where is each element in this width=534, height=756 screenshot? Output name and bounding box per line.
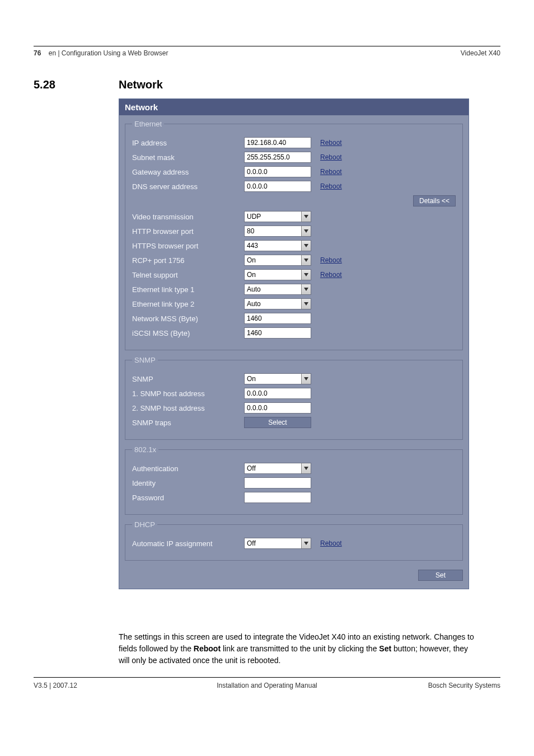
dns-server-input[interactable] <box>244 181 311 192</box>
chevron-down-icon <box>301 270 311 280</box>
authentication-select[interactable]: Off <box>244 463 311 474</box>
footer-right: Bosch Security Systems <box>428 682 500 689</box>
chevron-down-icon <box>301 255 311 265</box>
reboot-link[interactable]: Reboot <box>320 139 342 147</box>
chevron-down-icon <box>301 241 311 251</box>
chevron-down-icon <box>301 463 311 473</box>
chevron-down-icon <box>301 538 311 548</box>
reboot-link[interactable]: Reboot <box>320 256 342 264</box>
page-footer: V3.5 | 2007.12 Installation and Operatin… <box>34 682 500 689</box>
dhcp-legend: DHCP <box>132 520 157 529</box>
chevron-down-icon <box>301 284 311 294</box>
telnet-select[interactable]: On <box>244 269 311 280</box>
snmp-traps-select-button[interactable]: Select <box>244 417 311 428</box>
snmp-host1-input[interactable] <box>244 388 311 399</box>
network-mss-label: Network MSS (Byte) <box>132 314 244 323</box>
header-rule <box>34 46 500 46</box>
footer-rule <box>34 677 500 678</box>
link1-value: Auto <box>245 285 261 293</box>
subnet-mask-label: Subnet mask <box>132 153 244 162</box>
https-port-value: 443 <box>245 242 258 250</box>
iscsi-mss-label: iSCSI MSS (Byte) <box>132 329 244 337</box>
reboot-link[interactable]: Reboot <box>320 539 342 547</box>
dhcp-group: DHCP Automatic IP assignment Off Reboot <box>125 520 463 561</box>
telnet-value: On <box>245 271 256 279</box>
link2-select[interactable]: Auto <box>244 298 311 309</box>
product-name: VideoJet X40 <box>461 49 500 57</box>
password-input[interactable] <box>244 492 311 503</box>
subnet-mask-input[interactable] <box>244 152 311 163</box>
video-transmission-select[interactable]: UDP <box>244 211 311 222</box>
details-button[interactable]: Details << <box>413 195 456 206</box>
dot1x-group: 802.1x Authentication Off Identity Passw… <box>125 445 463 515</box>
identity-label: Identity <box>132 479 244 487</box>
reboot-link[interactable]: Reboot <box>320 168 342 176</box>
http-port-label: HTTP browser port <box>132 227 244 236</box>
authentication-value: Off <box>245 464 256 472</box>
dns-server-label: DNS server address <box>132 182 244 191</box>
dot1x-legend: 802.1x <box>132 445 158 454</box>
gateway-address-label: Gateway address <box>132 168 244 176</box>
https-port-label: HTTPS browser port <box>132 242 244 250</box>
identity-input[interactable] <box>244 477 311 489</box>
breadcrumb: en | Configuration Using a Web Browser <box>49 49 168 57</box>
snmp-host2-input[interactable] <box>244 402 311 414</box>
link1-select[interactable]: Auto <box>244 284 311 295</box>
video-transmission-label: Video transmission <box>132 213 244 221</box>
chevron-down-icon <box>301 226 311 236</box>
password-label: Password <box>132 494 244 502</box>
set-button[interactable]: Set <box>418 570 463 581</box>
network-panel: Network Ethernet IP address Reboot Subne… <box>119 98 469 589</box>
snmp-traps-label: SNMP traps <box>132 419 244 427</box>
rcp-port-value: On <box>245 256 256 264</box>
reboot-link[interactable]: Reboot <box>320 153 342 161</box>
link2-label: Ethernet link type 2 <box>132 300 244 308</box>
snmp-label: SNMP <box>132 375 244 383</box>
auto-ip-value: Off <box>245 539 256 547</box>
chevron-down-icon <box>301 212 311 222</box>
authentication-label: Authentication <box>132 464 244 473</box>
link1-label: Ethernet link type 1 <box>132 285 244 294</box>
https-port-select[interactable]: 443 <box>244 240 311 251</box>
page-header: 76 en | Configuration Using a Web Browse… <box>34 49 500 57</box>
body-text: The settings in this screen are used to … <box>119 631 477 666</box>
video-transmission-value: UDP <box>245 213 261 220</box>
link2-value: Auto <box>245 300 261 308</box>
ip-address-label: IP address <box>132 139 244 147</box>
reboot-link[interactable]: Reboot <box>320 271 342 279</box>
telnet-label: Telnet support <box>132 271 244 279</box>
reboot-link[interactable]: Reboot <box>320 182 342 190</box>
snmp-legend: SNMP <box>132 356 158 364</box>
section-number: 5.28 <box>34 78 55 91</box>
ip-address-input[interactable] <box>244 137 311 148</box>
auto-ip-select[interactable]: Off <box>244 538 311 549</box>
snmp-select[interactable]: On <box>244 373 311 384</box>
panel-title: Network <box>119 99 469 115</box>
auto-ip-label: Automatic IP assignment <box>132 539 244 548</box>
chevron-down-icon <box>301 299 311 309</box>
rcp-port-label: RCP+ port 1756 <box>132 256 244 265</box>
page-number: 76 <box>34 49 41 57</box>
snmp-host1-label: 1. SNMP host address <box>132 389 244 398</box>
chevron-down-icon <box>301 374 311 384</box>
rcp-port-select[interactable]: On <box>244 255 311 266</box>
iscsi-mss-input[interactable] <box>244 327 311 339</box>
ethernet-group: Ethernet IP address Reboot Subnet mask R… <box>125 120 463 350</box>
body-bold2: Set <box>379 644 391 653</box>
snmp-group: SNMP SNMP On 1. SNMP host address 2. SNM… <box>125 356 463 440</box>
body-bold1: Reboot <box>194 644 221 653</box>
network-mss-input[interactable] <box>244 313 311 324</box>
snmp-host2-label: 2. SNMP host address <box>132 404 244 412</box>
http-port-value: 80 <box>245 227 254 235</box>
section-title: Network <box>119 78 163 91</box>
snmp-value: On <box>245 375 256 383</box>
http-port-select[interactable]: 80 <box>244 226 311 237</box>
gateway-address-input[interactable] <box>244 166 311 177</box>
body-part2: link are transmitted to the unit by clic… <box>221 644 379 653</box>
ethernet-legend: Ethernet <box>132 120 164 128</box>
